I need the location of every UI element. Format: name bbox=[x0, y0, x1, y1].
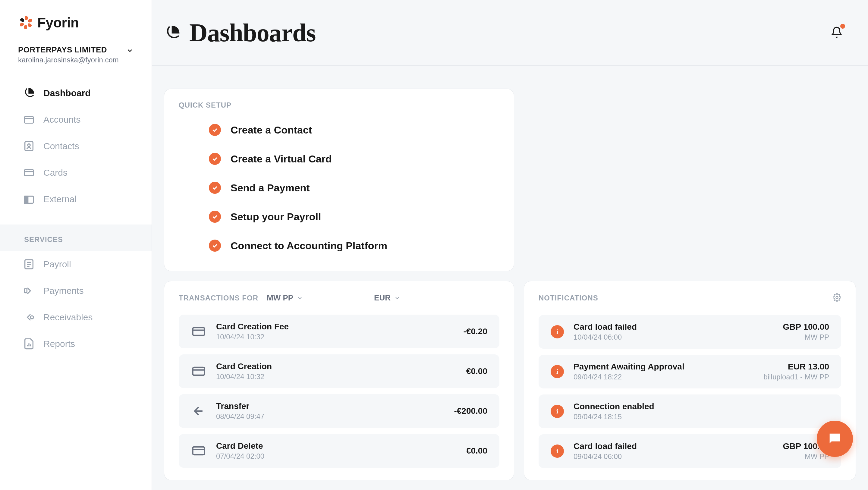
setup-item[interactable]: Connect to Accounting Platform bbox=[209, 240, 469, 252]
svg-rect-10 bbox=[193, 367, 205, 375]
settings-button[interactable] bbox=[833, 293, 841, 303]
nav-label: Dashboard bbox=[43, 88, 91, 98]
notification-meta: billupload1 - MW PP bbox=[764, 373, 829, 381]
transactions-card: TRANSACTIONS FOR MW PP EUR bbox=[164, 281, 514, 480]
chat-button[interactable] bbox=[817, 421, 853, 457]
nav-label: External bbox=[43, 194, 76, 204]
sidebar-item-cards[interactable]: Cards bbox=[0, 159, 152, 186]
currency-selector[interactable]: EUR bbox=[374, 293, 400, 303]
transaction-row[interactable]: Card Creation Fee 10/04/24 10:32 -€0.20 bbox=[179, 315, 499, 348]
nav-label: Contacts bbox=[43, 141, 79, 151]
company-name: PORTERPAYS LIMITED bbox=[18, 45, 119, 55]
brand-name: Fyorin bbox=[37, 14, 79, 31]
notification-timestamp: 09/04/24 18:15 bbox=[574, 412, 819, 421]
card-icon bbox=[191, 324, 207, 339]
notification-title: Connection enabled bbox=[574, 402, 819, 411]
notification-row[interactable]: i Payment Awaiting Approval 09/04/24 18:… bbox=[538, 355, 841, 389]
pie-chart-icon bbox=[164, 24, 181, 41]
notification-title: Card load failed bbox=[574, 322, 773, 332]
notification-row[interactable]: i Connection enabled 09/04/24 18:15 bbox=[538, 395, 841, 428]
main-nav: Dashboard Accounts Contacts Cards bbox=[0, 75, 152, 357]
check-icon bbox=[209, 153, 221, 165]
setup-item[interactable]: Create a Contact bbox=[209, 124, 469, 136]
svg-rect-12 bbox=[193, 447, 205, 455]
reports-icon bbox=[23, 338, 35, 350]
check-icon bbox=[209, 211, 221, 223]
external-icon bbox=[23, 193, 35, 205]
currency-label: EUR bbox=[374, 293, 391, 303]
svg-rect-0 bbox=[24, 117, 33, 123]
info-icon: i bbox=[551, 405, 564, 418]
notification-title: Card load failed bbox=[574, 441, 773, 451]
notification-timestamp: 10/04/24 06:00 bbox=[574, 333, 773, 341]
notification-row[interactable]: i Card load failed 10/04/24 06:00 GBP 10… bbox=[538, 315, 841, 349]
card-title: QUICK SETUP bbox=[179, 101, 499, 110]
transaction-row[interactable]: Card Delete 07/04/24 02:00 €0.00 bbox=[179, 434, 499, 468]
page-title: Dashboards bbox=[189, 18, 315, 47]
services-header: SERVICES bbox=[0, 224, 152, 251]
card-icon bbox=[23, 167, 35, 179]
quick-setup-card: QUICK SETUP Create a Contact Create a Vi… bbox=[164, 89, 514, 271]
notification-timestamp: 09/04/24 18:22 bbox=[574, 373, 754, 381]
payroll-icon bbox=[23, 258, 35, 270]
company-email: karolina.jarosinska@fyorin.com bbox=[18, 56, 119, 64]
arrow-left-icon bbox=[191, 403, 207, 419]
setup-item[interactable]: Setup your Payroll bbox=[209, 211, 469, 223]
notification-meta: MW PP bbox=[783, 333, 829, 341]
notifications-card: NOTIFICATIONS i Card load failed 10/04/2… bbox=[524, 281, 856, 480]
sidebar-item-receivables[interactable]: Receivables bbox=[0, 304, 152, 331]
receivables-icon bbox=[23, 311, 35, 323]
pie-chart-icon bbox=[23, 87, 35, 99]
card-icon bbox=[191, 443, 207, 459]
transaction-timestamp: 10/04/24 10:32 bbox=[216, 333, 454, 341]
check-icon bbox=[209, 240, 221, 252]
sidebar-item-dashboard[interactable]: Dashboard bbox=[0, 80, 152, 106]
brand-icon bbox=[18, 15, 34, 30]
setup-item[interactable]: Create a Virtual Card bbox=[209, 153, 469, 165]
notification-amount: GBP 100.00 bbox=[783, 322, 829, 332]
chevron-down-icon bbox=[126, 47, 133, 54]
nav-label: Payments bbox=[43, 286, 84, 296]
notification-row[interactable]: i Card load failed 09/04/24 06:00 GBP 10… bbox=[538, 434, 841, 468]
setup-label: Create a Contact bbox=[230, 124, 312, 136]
setup-label: Setup your Payroll bbox=[230, 211, 321, 223]
sidebar-item-reports[interactable]: Reports bbox=[0, 331, 152, 357]
transaction-title: Card Creation Fee bbox=[216, 322, 454, 332]
payments-icon bbox=[23, 285, 35, 297]
svg-rect-9 bbox=[193, 328, 205, 335]
transaction-amount: €0.00 bbox=[466, 446, 487, 456]
sidebar-item-payments[interactable]: Payments bbox=[0, 278, 152, 304]
company-switcher[interactable]: PORTERPAYS LIMITED karolina.jarosinska@f… bbox=[0, 37, 152, 75]
sidebar: Fyorin PORTERPAYS LIMITED karolina.jaros… bbox=[0, 0, 152, 490]
notification-meta: MW PP bbox=[783, 452, 829, 461]
nav-label: Accounts bbox=[43, 115, 81, 125]
sidebar-item-accounts[interactable]: Accounts bbox=[0, 106, 152, 133]
sidebar-item-external[interactable]: External bbox=[0, 186, 152, 212]
sidebar-item-contacts[interactable]: Contacts bbox=[0, 133, 152, 159]
setup-item[interactable]: Send a Payment bbox=[209, 182, 469, 194]
notification-dot bbox=[840, 24, 845, 29]
chevron-down-icon bbox=[394, 295, 400, 301]
svg-rect-3 bbox=[24, 170, 33, 176]
card-title: TRANSACTIONS FOR bbox=[179, 294, 258, 302]
notifications-button[interactable] bbox=[831, 26, 843, 39]
transaction-amount: -€200.00 bbox=[454, 406, 487, 416]
transaction-amount: -€0.20 bbox=[464, 327, 487, 336]
logo[interactable]: Fyorin bbox=[0, 0, 152, 37]
transaction-row[interactable]: Card Creation 10/04/24 10:32 €0.00 bbox=[179, 355, 499, 388]
transaction-row[interactable]: Transfer 08/04/24 09:47 -€200.00 bbox=[179, 394, 499, 428]
setup-label: Create a Virtual Card bbox=[230, 153, 332, 165]
info-icon: i bbox=[551, 365, 564, 378]
svg-rect-7 bbox=[24, 289, 27, 293]
card-icon bbox=[191, 363, 207, 379]
nav-label: Payroll bbox=[43, 259, 71, 269]
transaction-timestamp: 08/04/24 09:47 bbox=[216, 412, 444, 421]
svg-point-13 bbox=[836, 297, 838, 299]
nav-label: Receivables bbox=[43, 312, 93, 323]
wallet-icon bbox=[23, 114, 35, 126]
account-selector[interactable]: MW PP bbox=[267, 293, 303, 303]
sidebar-item-payroll[interactable]: Payroll bbox=[0, 251, 152, 278]
transaction-title: Card Delete bbox=[216, 441, 457, 451]
check-icon bbox=[209, 124, 221, 136]
notification-title: Payment Awaiting Approval bbox=[574, 362, 754, 372]
